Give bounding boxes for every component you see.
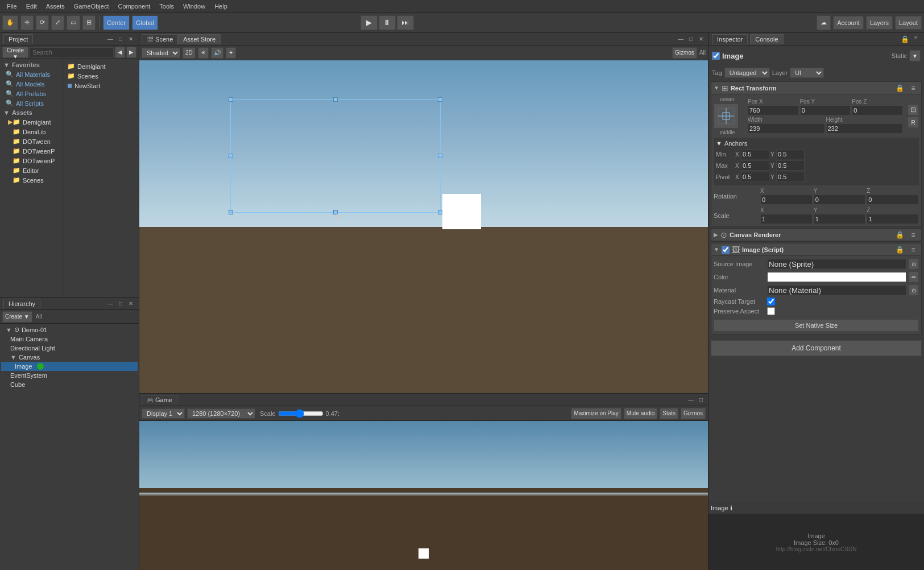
rect-menu[interactable]: ≡ <box>908 82 919 94</box>
play-button[interactable]: ▶ <box>361 15 378 30</box>
hierarchy-minimize[interactable]: — <box>106 299 115 308</box>
game-gizmos-button[interactable]: Gizmos <box>681 408 706 419</box>
static-dropdown-button[interactable]: ▼ <box>909 50 921 61</box>
canvas-renderer-header[interactable]: ▶ ⊙ Canvas Renderer 🔒 ≡ <box>711 229 921 241</box>
rect-tool-button[interactable]: ▭ <box>67 15 80 30</box>
stats-button[interactable]: Stats <box>660 408 678 419</box>
handle-t[interactable] <box>333 97 338 102</box>
fav-all-prefabs[interactable]: 🔍 All Prefabs <box>3 89 61 98</box>
cloud-button[interactable]: ☁ <box>817 15 831 30</box>
display-dropdown[interactable]: Display 1 <box>142 408 185 419</box>
source-image-pick[interactable]: ⊙ <box>909 258 919 270</box>
pos-y-input[interactable] <box>800 105 851 115</box>
rot-x-input[interactable] <box>760 195 813 205</box>
layer-dropdown[interactable]: UI <box>790 68 824 78</box>
handle-tl[interactable] <box>229 97 233 102</box>
folder-dotweenp2[interactable]: 📁 DOTweenP <box>1 156 61 166</box>
image-menu[interactable]: ≡ <box>908 244 919 255</box>
r-btn[interactable]: R <box>908 117 919 128</box>
rotate-tool-button[interactable]: ⟳ <box>36 15 49 30</box>
menu-help[interactable]: Help <box>210 2 232 11</box>
width-input[interactable] <box>748 123 825 134</box>
preserve-aspect-checkbox[interactable] <box>767 307 775 315</box>
menu-component[interactable]: Component <box>113 2 155 11</box>
handle-tr[interactable] <box>438 97 442 102</box>
menu-edit[interactable]: Edit <box>22 2 42 11</box>
step-button[interactable]: ⏭ <box>397 15 414 30</box>
menu-file[interactable]: File <box>2 2 22 11</box>
color-picker-btn[interactable]: ✏ <box>909 271 919 283</box>
project-close[interactable]: ✕ <box>126 35 135 44</box>
rect-lock[interactable]: 🔒 <box>894 82 905 94</box>
height-input[interactable] <box>826 123 904 134</box>
material-pick[interactable]: ⊙ <box>909 284 919 296</box>
anchor-visual[interactable] <box>714 104 739 129</box>
folder-scenes[interactable]: 📁 Scenes <box>1 175 61 185</box>
scene-audio-button[interactable]: 🔊 <box>211 47 223 59</box>
layers-button[interactable]: Layers <box>866 16 893 30</box>
scale-slider[interactable] <box>278 409 324 418</box>
wh-icon-btn[interactable]: ⊡ <box>908 104 919 115</box>
asset-scenes[interactable]: 📁 Scenes <box>65 71 136 81</box>
hierarchy-eventsystem[interactable]: EventSystem <box>1 371 138 380</box>
hierarchy-create-button[interactable]: Create ▼ <box>2 311 32 323</box>
asset-demigiant[interactable]: 📁 Demigiant <box>65 61 136 71</box>
scale-x-input[interactable] <box>760 214 813 224</box>
game-tab[interactable]: 🎮 Game <box>142 395 177 405</box>
center-button[interactable]: Center <box>103 15 130 30</box>
raycast-checkbox[interactable] <box>767 298 775 305</box>
object-enabled-checkbox[interactable] <box>712 52 720 60</box>
hierarchy-image[interactable]: Image <box>1 362 138 371</box>
global-button[interactable]: Global <box>132 15 158 30</box>
menu-window[interactable]: Window <box>179 2 210 11</box>
scene-minimize[interactable]: — <box>676 35 685 44</box>
inspector-tab[interactable]: Inspector <box>712 34 748 44</box>
canvas-menu[interactable]: ≡ <box>908 229 919 241</box>
menu-tools[interactable]: Tools <box>155 2 179 11</box>
scene-lighting-button[interactable]: ☀ <box>198 47 209 59</box>
fav-all-scripts[interactable]: 🔍 All Scripts <box>3 98 61 108</box>
folder-dotween[interactable]: 📁 DOTween <box>1 137 61 146</box>
rot-z-input[interactable] <box>867 195 919 205</box>
asset-newstart[interactable]: ◼ NewStart <box>65 81 136 90</box>
anchor-pivot-x-input[interactable] <box>741 172 769 182</box>
scene-viewport[interactable]: ✳ <box>139 60 708 393</box>
image-lock[interactable]: 🔒 <box>894 244 905 255</box>
handle-l[interactable] <box>229 154 233 158</box>
hierarchy-tab[interactable]: Hierarchy <box>3 299 40 309</box>
search-input[interactable] <box>30 47 114 57</box>
scale-y-input[interactable] <box>814 214 866 224</box>
assets-header[interactable]: ▼ Assets <box>1 108 61 117</box>
add-component-button[interactable]: Add Component <box>711 340 922 356</box>
resolution-dropdown[interactable]: 1280 (1280×720) <box>187 408 255 419</box>
canvas-lock[interactable]: 🔒 <box>894 229 905 241</box>
hierarchy-demo01[interactable]: ▼ ⊙ Demo-01 <box>1 325 138 334</box>
pos-x-input[interactable] <box>748 105 799 115</box>
pause-button[interactable]: ⏸ <box>379 15 396 30</box>
hierarchy-main-camera[interactable]: Main Camera <box>1 334 138 344</box>
anchor-min-y-input[interactable] <box>776 149 805 159</box>
game-viewport[interactable] <box>139 421 708 570</box>
create-button[interactable]: Create ▼ <box>2 47 28 58</box>
nav-forward[interactable]: ▶ <box>126 47 136 58</box>
handle-bl[interactable] <box>229 210 233 214</box>
hierarchy-cube[interactable]: Cube <box>1 380 138 389</box>
source-image-input[interactable] <box>767 259 906 269</box>
menu-assets[interactable]: Assets <box>42 2 69 11</box>
scale-tool-button[interactable]: ⤢ <box>51 15 64 30</box>
game-maximize[interactable]: □ <box>697 395 706 404</box>
folder-demigiant[interactable]: ▶📁 Demigiant <box>1 117 61 127</box>
console-tab[interactable]: Console <box>750 34 783 44</box>
hierarchy-close[interactable]: ✕ <box>126 299 135 308</box>
maximize-on-play-button[interactable]: Maximize on Play <box>571 408 621 419</box>
layout-button[interactable]: Layout <box>895 16 922 30</box>
anchor-max-x-input[interactable] <box>741 160 769 171</box>
nav-back[interactable]: ◀ <box>115 47 125 58</box>
color-swatch[interactable] <box>767 272 906 282</box>
scale-z-input[interactable] <box>867 214 919 224</box>
pos-z-input[interactable] <box>852 105 903 115</box>
scene-maximize[interactable]: □ <box>686 35 695 44</box>
rect-transform-header[interactable]: ▼ ⊞ Rect Transform 🔒 ≡ <box>711 82 921 94</box>
project-maximize[interactable]: □ <box>116 35 125 44</box>
image-enabled-checkbox[interactable] <box>722 246 730 254</box>
